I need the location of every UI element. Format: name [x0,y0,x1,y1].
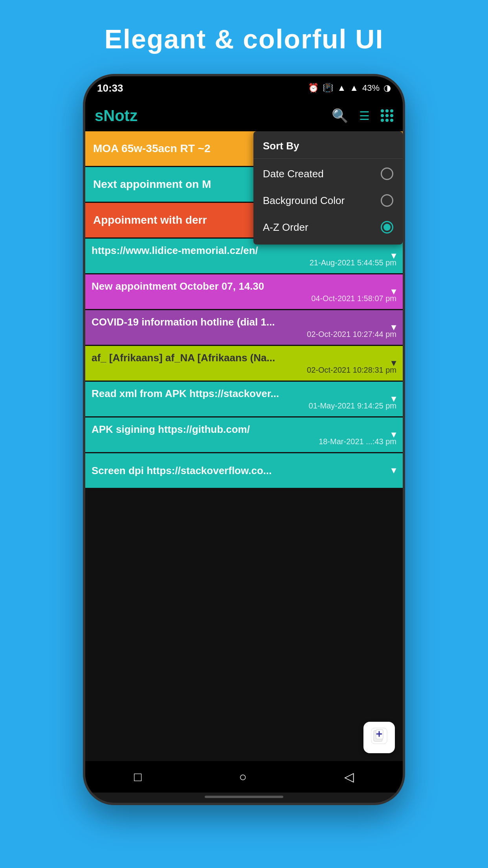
dropdown-arrow-icon[interactable]: ▼ [389,358,398,368]
sort-menu-title: Sort By [253,135,403,157]
fab-add-button[interactable] [363,722,395,753]
note-title: af_ [Afrikaans] af_NA [Afrikaans (Na... [92,352,396,364]
note-title: New appointment October 07, 14.30 [92,280,396,292]
battery-icon: ◑ [383,83,391,93]
nav-circle-icon[interactable]: ○ [239,770,246,784]
header-icons: 🔍 ☰ [332,108,393,123]
bottom-bar [205,796,283,798]
vibrate-icon: 📳 [323,83,333,93]
note-date: 21-Aug-2021 5:44:55 pm [92,258,396,267]
volume-button [404,234,405,265]
dropdown-arrow-icon[interactable]: ▼ [389,465,398,476]
radio-button-date-created[interactable] [381,167,393,180]
note-title: https://www.lidice-memorial.cz/en/ [92,245,396,257]
sort-option-label: Date Created [263,168,324,180]
dropdown-arrow-icon[interactable]: ▼ [389,430,398,440]
note-title: COVID-19 information hotline (dial 1... [92,316,396,328]
nav-back-icon[interactable]: ◁ [344,769,354,784]
sort-option-label: Background Color [263,195,345,207]
bottom-nav: □ ○ ◁ [85,761,403,793]
dropdown-arrow-icon[interactable]: ▼ [389,322,398,333]
note-title: Read xml from APK https://stackover... [92,388,396,400]
note-date: 04-Oct-2021 1:58:07 pm [92,294,396,303]
alarm-icon: ⏰ [308,83,319,93]
power-button [404,186,405,218]
app-title: sNotz [95,107,138,125]
volume-down-button [83,190,84,226]
filter-icon[interactable]: ☰ [359,109,370,123]
wifi-icon: ▲ [337,83,346,93]
grid-menu-icon[interactable] [381,109,393,122]
app-header: sNotz 🔍 ☰ [85,100,403,131]
dropdown-arrow-icon[interactable]: ▼ [389,287,398,297]
note-title: Screen dpi https://stackoverflow.co... [92,465,396,477]
note-item[interactable]: APK sigining https://github.com/ 18-Mar-… [85,417,403,452]
status-time: 10:33 [97,82,123,94]
battery-level: 43% [362,83,380,93]
app-content: MOA 65w-35acn RT ~2 Next appoinment on M… [85,131,403,761]
radio-button-az-order[interactable] [381,221,393,234]
sort-option-label: A-Z Order [263,221,308,234]
dropdown-arrow-icon[interactable]: ▼ [389,251,398,261]
note-date: 02-Oct-2021 10:28:31 pm [92,366,396,375]
radio-button-background-color[interactable] [381,194,393,207]
note-item[interactable]: COVID-19 information hotline (dial 1... … [85,310,403,345]
status-icons: ⏰ 📳 ▲ ▲ 43% ◑ [308,83,391,93]
silent-button [83,234,84,269]
fab-add-icon [371,727,388,748]
note-item[interactable]: af_ [Afrikaans] af_NA [Afrikaans (Na... … [85,346,403,381]
nav-square-icon[interactable]: □ [134,770,141,784]
note-date: 18-Mar-2021 ...:43 pm [92,437,396,446]
note-date: 02-Oct-2021 10:27:44 pm [92,330,396,339]
note-title: APK sigining https://github.com/ [92,423,396,436]
page-title: Elegant & colorful UI [105,24,384,54]
status-bar: 10:33 ⏰ 📳 ▲ ▲ 43% ◑ [85,76,403,100]
signal-icon: ▲ [350,83,358,93]
divider [253,158,403,159]
search-icon[interactable]: 🔍 [332,108,348,123]
note-item[interactable]: New appointment October 07, 14.30 04-Oct… [85,274,403,309]
note-item[interactable]: Screen dpi https://stackoverflow.co... ▼ [85,453,403,488]
sort-option-date-created[interactable]: Date Created [253,160,403,187]
phone-frame: 10:33 ⏰ 📳 ▲ ▲ 43% ◑ sNotz 🔍 ☰ [83,74,405,805]
note-item[interactable]: Read xml from APK https://stackover... 0… [85,382,403,416]
dropdown-arrow-icon[interactable]: ▼ [389,394,398,404]
sort-dropdown: Sort By Date Created Background Color A-… [253,131,403,245]
note-date: 01-May-2021 9:14:25 pm [92,401,396,410]
radio-selected-indicator [383,224,391,231]
sort-option-az-order[interactable]: A-Z Order [253,214,403,241]
volume-up-button [83,163,84,182]
sort-option-background-color[interactable]: Background Color [253,187,403,214]
